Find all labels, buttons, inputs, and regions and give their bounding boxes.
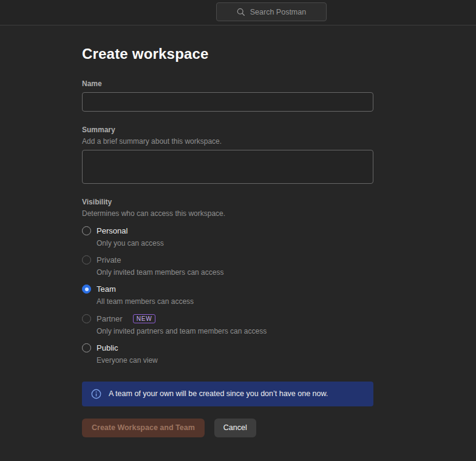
radio-partner[interactable] bbox=[82, 314, 91, 323]
visibility-section: Visibility Determines who can access thi… bbox=[82, 198, 373, 365]
summary-section: Summary Add a brief summary about this w… bbox=[82, 126, 373, 184]
create-workspace-form: Create workspace Name Summary Add a brie… bbox=[82, 45, 373, 437]
option-label-private: Private bbox=[97, 255, 121, 264]
option-label-personal: Personal bbox=[97, 226, 127, 235]
option-label-public: Public bbox=[97, 343, 118, 352]
summary-label: Summary bbox=[82, 126, 373, 134]
cancel-button[interactable]: Cancel bbox=[214, 419, 256, 437]
option-desc-partner: Only invited partners and team members c… bbox=[97, 326, 373, 336]
create-workspace-and-team-button[interactable]: Create Workspace and Team bbox=[82, 419, 205, 437]
visibility-option-private[interactable]: Private Only invited team members can ac… bbox=[82, 255, 373, 277]
radio-public[interactable] bbox=[82, 343, 91, 352]
option-label-team: Team bbox=[97, 284, 116, 294]
search-placeholder: Search Postman bbox=[250, 8, 306, 16]
name-label: Name bbox=[82, 79, 373, 88]
visibility-options: Personal Only you can access Private Onl… bbox=[82, 226, 373, 365]
search-icon bbox=[237, 8, 245, 16]
visibility-option-personal[interactable]: Personal Only you can access bbox=[82, 226, 373, 248]
option-label-partner: Partner bbox=[97, 314, 123, 323]
visibility-option-partner[interactable]: Partner NEW Only invited partners and te… bbox=[82, 314, 373, 336]
visibility-option-public[interactable]: Public Everyone can view bbox=[82, 343, 373, 365]
summary-input[interactable] bbox=[82, 150, 373, 184]
info-icon bbox=[91, 389, 101, 399]
global-search[interactable]: Search Postman bbox=[216, 2, 327, 21]
radio-personal[interactable] bbox=[82, 226, 91, 235]
summary-description: Add a brief summary about this workspace… bbox=[82, 137, 373, 146]
form-actions: Create Workspace and Team Cancel bbox=[82, 419, 373, 437]
option-desc-public: Everyone can view bbox=[97, 355, 373, 365]
top-header: Search Postman bbox=[0, 0, 476, 25]
radio-team[interactable] bbox=[82, 284, 91, 294]
option-desc-team: All team members can access bbox=[97, 297, 373, 306]
visibility-description: Determines who can access this workspace… bbox=[82, 209, 373, 218]
visibility-option-team[interactable]: Team All team members can access bbox=[82, 284, 373, 306]
option-desc-private: Only invited team members can access bbox=[97, 268, 373, 277]
name-section: Name bbox=[82, 79, 373, 112]
team-info-banner: A team of your own will be created since… bbox=[82, 382, 373, 406]
page-title: Create workspace bbox=[82, 45, 373, 62]
radio-private[interactable] bbox=[82, 255, 91, 264]
new-badge: NEW bbox=[133, 314, 156, 323]
banner-text: A team of your own will be created since… bbox=[109, 389, 328, 398]
option-desc-personal: Only you can access bbox=[97, 238, 373, 248]
name-input[interactable] bbox=[82, 92, 373, 112]
visibility-label: Visibility bbox=[82, 198, 373, 206]
